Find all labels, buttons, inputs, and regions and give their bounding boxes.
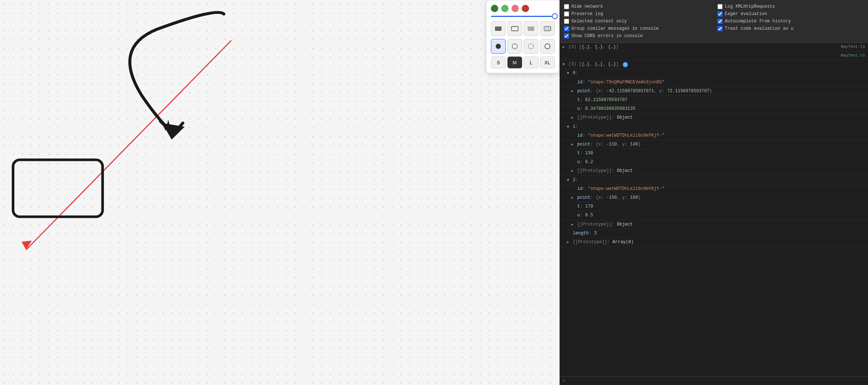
autocomplete-checkbox[interactable] — [717, 19, 723, 24]
console-line-item2-point[interactable]: ▶ point: {x: -150, y: 180} — [560, 194, 868, 202]
setting-treat-code: Treat code evaluation as u — [717, 25, 864, 32]
show-cors-checkbox[interactable] — [564, 33, 569, 39]
setting-selected-context: Selected context only — [564, 18, 710, 25]
circle-dashed-btn[interactable] — [524, 39, 538, 54]
expand-arrow-1[interactable]: ▶ — [563, 44, 567, 50]
eager-eval-checkbox[interactable] — [717, 11, 723, 17]
svg-rect-7 — [511, 26, 518, 31]
svg-rect-6 — [495, 26, 502, 31]
group-similar-checkbox[interactable] — [564, 26, 569, 31]
svg-rect-5 — [13, 160, 103, 217]
console-line-item0[interactable]: ▼ 0: — [560, 69, 868, 78]
rect-filled-btn[interactable] — [491, 21, 506, 36]
size-l-btn[interactable]: L — [524, 57, 539, 68]
console-line-item0-id[interactable]: id: "shape:T0nQMaFMNCEVeAk8jonBS" — [560, 78, 868, 87]
circle-outline-btn[interactable] — [540, 39, 555, 54]
item0-arrow[interactable]: ▼ — [567, 71, 571, 76]
devtools-settings: Hide network Preserve log Selected conte… — [560, 0, 868, 43]
length-arrow — [567, 231, 571, 237]
console-line-expanded[interactable]: ▼ (3) [{…}, {…}, {…}] i — [560, 60, 868, 69]
dot-dark-green[interactable] — [491, 5, 498, 12]
console-line-item0-t[interactable]: t: 62.1150978593707 — [560, 96, 868, 105]
console-line-length[interactable]: length: 3 — [560, 229, 868, 238]
console-line-item1-t[interactable]: t: 130 — [560, 149, 868, 158]
array-proto-arrow[interactable]: ▶ — [567, 240, 571, 245]
svg-point-14 — [496, 44, 501, 49]
item2-id-arrow — [571, 186, 576, 192]
item2-t-arrow — [571, 204, 576, 210]
console-line-collapsed-1[interactable]: ▶ (3) [{…}, {…}, {…}] RayTest.ts — [560, 43, 868, 52]
setting-eager-eval: Eager evaluation — [717, 10, 864, 18]
item2-point-arrow[interactable]: ▶ — [571, 195, 576, 201]
svg-rect-9 — [544, 26, 551, 31]
item1-proto-arrow[interactable]: ▶ — [571, 168, 576, 174]
preserve-log-checkbox[interactable] — [564, 11, 569, 17]
console-line-item2-t[interactable]: t: 170 — [560, 202, 868, 211]
setting-preserve-log: Preserve log — [564, 10, 710, 18]
console-line-item0-u[interactable]: u: 0.34780166035683135 — [560, 105, 868, 114]
console-line-item1-id[interactable]: id: "shape:wetWDTDhLk2i0s9mYKjY-" — [560, 132, 868, 140]
log-xmlhttp-checkbox[interactable] — [717, 4, 723, 9]
devtools-console[interactable]: ▶ (3) [{…}, {…}, {…}] RayTest.ts RayTest… — [560, 43, 868, 377]
circle-filled-btn[interactable] — [491, 39, 506, 54]
size-m-btn[interactable]: M — [507, 57, 522, 68]
setting-hide-network: Hide network — [564, 3, 710, 10]
svg-line-0 — [26, 40, 231, 250]
console-line-item2-id[interactable]: id: "shape:wetWDTDhLk2i0s9mYKjY-" — [560, 185, 868, 194]
svg-point-15 — [512, 44, 517, 49]
setting-group-similar: Group similar messages in console — [564, 25, 710, 32]
settings-right: Log XMLHttpRequests Eager evaluation Aut… — [717, 3, 864, 40]
console-line-item1-point[interactable]: ▶ point: {x: -110, y: 140} — [560, 140, 868, 149]
console-line-item1-proto[interactable]: ▶ [[Prototype]]: Object — [560, 167, 868, 176]
shape-buttons — [491, 21, 555, 36]
setting-autocomplete: Autocomplete from history — [717, 18, 864, 25]
canvas-drawings — [0, 0, 560, 385]
rect-gray-btn[interactable] — [524, 21, 538, 36]
dot-red[interactable] — [522, 5, 529, 12]
console-line-item2-proto[interactable]: ▶ [[Prototype]]: Object — [560, 220, 868, 229]
console-file-2[interactable]: RayTest.ts — [838, 53, 865, 59]
item0-point-arrow[interactable]: ▶ — [571, 89, 576, 94]
item0-t-arrow — [571, 97, 576, 103]
slider-thumb — [552, 13, 558, 19]
console-line-array-proto[interactable]: ▶ [[Prototype]]: Array(0) — [560, 238, 868, 247]
slider-track — [491, 16, 555, 17]
item2-proto-arrow[interactable]: ▶ — [571, 222, 576, 228]
treat-code-checkbox[interactable] — [717, 26, 723, 31]
rect-texture-btn[interactable] — [540, 21, 555, 36]
selected-context-checkbox[interactable] — [564, 19, 569, 24]
console-line-item1[interactable]: ▼ 1: — [560, 123, 868, 132]
svg-rect-8 — [528, 26, 534, 31]
svg-point-16 — [528, 44, 534, 49]
toolbar-slider[interactable] — [491, 16, 555, 17]
settings-left: Hide network Preserve log Selected conte… — [564, 3, 710, 40]
rect-outline-btn[interactable] — [507, 21, 522, 36]
dot-green[interactable] — [501, 5, 509, 12]
circle-thin-btn[interactable] — [507, 39, 522, 54]
item1-point-arrow[interactable]: ▶ — [571, 142, 576, 148]
item2-arrow[interactable]: ▼ — [567, 177, 571, 183]
svg-point-17 — [545, 44, 550, 49]
setting-show-cors: Show CORS errors in console — [564, 32, 710, 40]
item0-proto-arrow[interactable]: ▶ — [571, 115, 576, 121]
dot-pink[interactable] — [511, 5, 519, 12]
item0-id-arrow — [571, 80, 576, 86]
settings-grid: Hide network Preserve log Selected conte… — [564, 3, 864, 40]
devtools-bottom-prompt[interactable]: > — [560, 377, 868, 385]
console-line-item0-point[interactable]: ▶ point: {x: -42.11509785937071, y: 72.1… — [560, 87, 868, 96]
hide-network-checkbox[interactable] — [564, 4, 569, 9]
item2-u-arrow — [571, 213, 576, 219]
floating-toolbar: S M L XL — [486, 0, 560, 73]
size-s-btn[interactable]: S — [491, 57, 506, 68]
console-line-item0-proto[interactable]: ▶ [[Prototype]]: Object — [560, 114, 868, 122]
console-line-item1-u[interactable]: u: 0.2 — [560, 158, 868, 167]
size-buttons: S M L XL — [491, 57, 555, 68]
console-line-file-2[interactable]: RayTest.ts — [560, 52, 868, 60]
collapse-arrow[interactable]: ▼ — [563, 62, 567, 68]
console-file-1[interactable]: RayTest.ts — [838, 44, 865, 50]
canvas-area[interactable]: S M L XL — [0, 0, 560, 385]
size-xl-btn[interactable]: XL — [540, 57, 555, 68]
console-line-item2[interactable]: ▼ 2: — [560, 176, 868, 185]
item1-arrow[interactable]: ▼ — [567, 124, 571, 130]
console-line-item2-u[interactable]: u: 0.5 — [560, 211, 868, 220]
